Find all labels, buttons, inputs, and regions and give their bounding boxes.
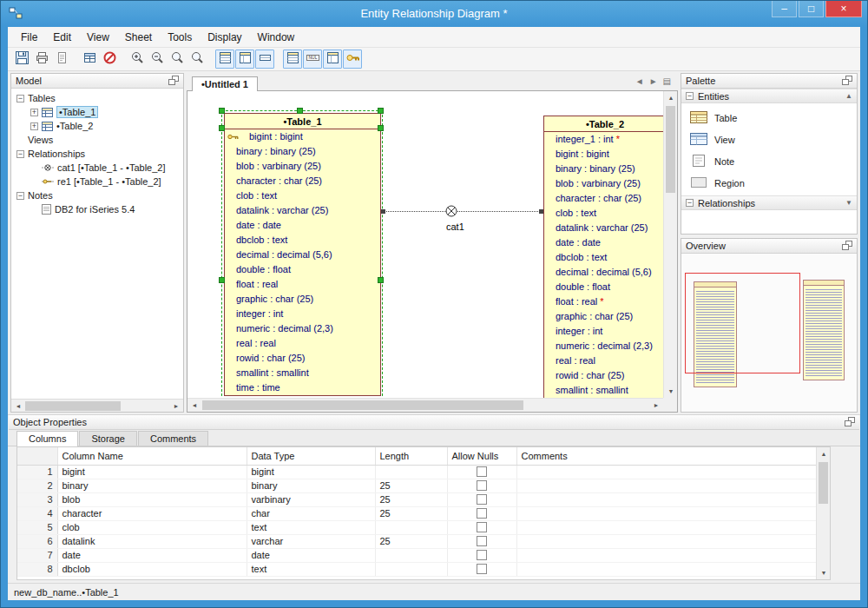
er-column[interactable]: smallint : smallint [225, 366, 380, 380]
selection-handle[interactable] [219, 125, 225, 131]
canvas-vscrollbar[interactable]: ▲ ▼ [663, 91, 677, 398]
menu-file[interactable]: File [13, 29, 45, 46]
display-names-button[interactable] [235, 50, 254, 69]
tree-item-table-2[interactable]: +•Table_2 [11, 119, 183, 133]
tree-item-db2-for-iseries-5-4[interactable]: DB2 for iSeries 5.4 [11, 202, 183, 216]
comments-cell[interactable] [516, 548, 830, 562]
category-symbol-icon[interactable] [444, 204, 458, 221]
allow-nulls-checkbox[interactable] [477, 494, 487, 505]
allow-nulls-checkbox[interactable] [477, 536, 487, 546]
scrollbar-thumb[interactable] [819, 462, 828, 504]
tab-untitled-1[interactable]: •Untitled 1 [192, 76, 258, 91]
er-column[interactable]: clob : text [544, 206, 666, 221]
er-column[interactable]: datalink : varchar (25) [544, 221, 666, 235]
er-column[interactable]: date : date [544, 235, 666, 250]
er-table-1[interactable]: •Table_1 bigint : bigintbinary : binary … [224, 113, 381, 396]
show-nullable-button[interactable]: NUL [303, 50, 322, 69]
selection-handle[interactable] [219, 108, 225, 114]
er-column[interactable]: integer_1 : int * [544, 132, 666, 147]
scrollbar-thumb[interactable] [25, 401, 121, 411]
close-button[interactable]: × [825, 1, 862, 17]
palette-item-table[interactable]: Table [681, 107, 857, 129]
comments-cell[interactable] [516, 562, 830, 576]
overview-content[interactable] [681, 254, 857, 412]
scroll-left-icon[interactable]: ◄ [187, 399, 201, 412]
er-column[interactable]: float : real [225, 277, 380, 292]
allow-nulls-checkbox[interactable] [477, 564, 487, 574]
er-column[interactable]: bigint : bigint [225, 129, 380, 144]
comments-cell[interactable] [516, 534, 830, 548]
type-cell[interactable]: date [247, 548, 375, 562]
comments-cell[interactable] [516, 520, 830, 534]
expander-icon[interactable]: + [30, 122, 38, 130]
er-column[interactable]: blob : varbinary (25) [544, 176, 666, 191]
comments-cell[interactable] [516, 492, 830, 506]
scroll-down-icon[interactable]: ▼ [664, 385, 678, 398]
print-preview-button[interactable] [52, 50, 71, 69]
er-column[interactable]: bigint : bigint [544, 147, 666, 162]
allow-nulls-checkbox[interactable] [477, 480, 487, 491]
allow-nulls-checkbox[interactable] [477, 550, 487, 560]
model-tree-hscrollbar[interactable]: ◄ ► [11, 399, 183, 412]
tree-item-re1-table-1-table-2[interactable]: re1 [•Table_1 - •Table_2] [11, 175, 183, 188]
er-column[interactable]: dbclob : text [225, 233, 380, 248]
tree-item-cat1-table-1-table-2[interactable]: cat1 [•Table_1 - •Table_2] [11, 161, 183, 175]
scroll-up-icon[interactable]: ▲ [664, 91, 678, 104]
expander-icon[interactable]: − [16, 95, 24, 102]
er-table-2-name[interactable]: •Table_2 [544, 116, 666, 132]
er-column[interactable]: integer : int [544, 324, 666, 339]
name-cell[interactable]: blob [57, 492, 247, 506]
name-cell[interactable]: datalink [57, 534, 247, 548]
er-column[interactable]: rowid : char (25) [544, 368, 666, 383]
overview-viewport-rect[interactable] [685, 273, 800, 373]
er-column[interactable]: smallint : smallint [544, 383, 666, 398]
tree-item-tables[interactable]: −Tables [11, 91, 183, 105]
palette-item-region[interactable]: Region [681, 172, 857, 194]
save-button[interactable] [12, 50, 31, 69]
scroll-up-icon[interactable]: ▲ [817, 447, 831, 460]
next-sheet-icon[interactable]: ► [649, 76, 658, 86]
maximize-button[interactable]: □ [799, 1, 824, 17]
name-cell[interactable]: date [57, 548, 247, 562]
name-cell[interactable]: clob [57, 520, 247, 534]
allow-nulls-checkbox[interactable] [477, 466, 487, 477]
type-cell[interactable]: char [247, 506, 375, 520]
selection-handle[interactable] [297, 108, 303, 114]
length-cell[interactable]: 25 [375, 506, 447, 520]
er-column[interactable]: graphic : char (25) [225, 292, 380, 307]
er-table-2[interactable]: •Table_2 integer_1 : int *bigint : bigin… [543, 116, 667, 399]
delete-mode-button[interactable] [100, 50, 119, 69]
scrollbar-thumb[interactable] [666, 106, 675, 193]
tree-item-notes[interactable]: −Notes [11, 188, 183, 202]
er-column[interactable]: real : real [544, 354, 666, 368]
scroll-left-icon[interactable]: ◄ [11, 400, 25, 413]
new-sheet-button[interactable] [80, 50, 99, 69]
menu-edit[interactable]: Edit [45, 29, 79, 46]
length-cell[interactable]: 25 [375, 534, 447, 548]
scroll-right-icon[interactable]: ► [169, 400, 183, 413]
er-column[interactable]: time : time [225, 380, 380, 395]
er-column[interactable]: rowid : char (25) [225, 351, 380, 366]
length-cell[interactable]: 25 [375, 492, 447, 506]
menu-tools[interactable]: Tools [160, 29, 200, 46]
zoom-normal-button[interactable] [168, 50, 187, 69]
er-column[interactable]: dbclob : text [544, 250, 666, 265]
type-cell[interactable]: varbinary [247, 492, 375, 506]
float-panel-icon[interactable] [168, 76, 179, 87]
entities-section-header[interactable]: − Entities ▲ [681, 89, 857, 103]
er-column[interactable]: datalink : varchar (25) [225, 203, 380, 218]
show-grid-button[interactable] [283, 50, 302, 69]
palette-item-note[interactable]: Note [681, 150, 857, 172]
palette-item-view[interactable]: View [681, 129, 857, 150]
comments-cell[interactable] [516, 506, 830, 520]
allow-nulls-checkbox[interactable] [477, 522, 487, 532]
collapse-section-icon[interactable]: − [686, 199, 694, 207]
zoom-out-button[interactable] [148, 50, 167, 69]
expander-icon[interactable]: − [16, 192, 24, 200]
tab-storage[interactable]: Storage [79, 431, 137, 446]
length-cell[interactable] [375, 548, 447, 562]
expander-icon[interactable]: − [16, 150, 24, 158]
length-cell[interactable] [375, 520, 447, 534]
tree-item-views[interactable]: Views [11, 133, 183, 147]
sheet-list-icon[interactable]: ▤ [663, 76, 671, 86]
